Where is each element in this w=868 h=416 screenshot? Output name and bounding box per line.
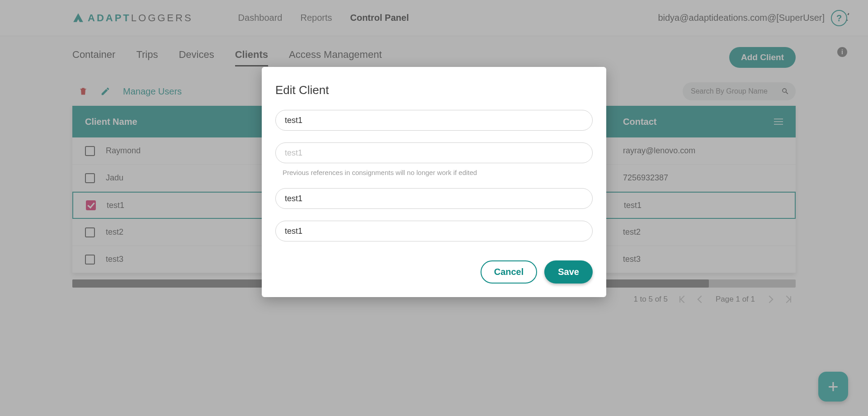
field-hint: Previous references in consignments will…: [283, 169, 593, 176]
save-button[interactable]: Save: [544, 260, 593, 284]
client-field-1[interactable]: [275, 110, 593, 131]
client-field-3[interactable]: [275, 188, 593, 209]
modal-title: Edit Client: [275, 83, 593, 97]
edit-client-modal: Edit Client Previous references in consi…: [262, 67, 606, 297]
client-field-2[interactable]: [275, 142, 593, 163]
client-field-4[interactable]: [275, 221, 593, 241]
cancel-button[interactable]: Cancel: [481, 260, 538, 284]
